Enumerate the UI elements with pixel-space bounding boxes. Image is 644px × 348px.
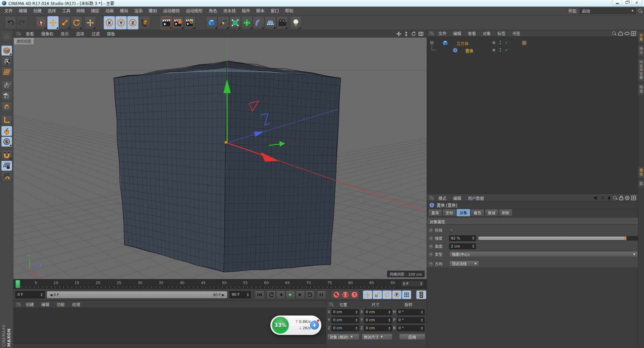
viewport-menu-item[interactable]: 面板 xyxy=(103,31,119,37)
goto-end-button[interactable] xyxy=(317,290,326,299)
panel-grip-icon[interactable] xyxy=(329,302,333,306)
size-y-field[interactable]: 0 cm xyxy=(364,317,392,323)
viewport-menu-item[interactable]: 摄像机 xyxy=(38,31,57,37)
menu-item[interactable]: 工具 xyxy=(59,7,73,15)
tab-object[interactable]: 对象 xyxy=(457,209,470,216)
texture-mode-button[interactable] xyxy=(1,56,12,66)
am-menu-item[interactable]: 模式 xyxy=(435,195,450,201)
material-menu-item[interactable]: 纹理 xyxy=(68,301,84,307)
frame-field[interactable]: 0 F xyxy=(15,291,45,298)
enable-axis-button[interactable] xyxy=(1,115,12,125)
zoom-view-icon[interactable] xyxy=(403,31,409,37)
search-icon[interactable] xyxy=(612,31,616,36)
undo-button[interactable] xyxy=(5,16,16,29)
record-scale-toggle[interactable] xyxy=(373,290,382,299)
om-menu-item[interactable]: 文件 xyxy=(435,30,450,36)
live-selection-button[interactable] xyxy=(36,16,47,29)
close-button[interactable]: × xyxy=(632,0,642,5)
animation-dot-icon[interactable] xyxy=(429,236,433,240)
height-field[interactable]: 2 cm xyxy=(449,243,476,249)
end-frame-field[interactable]: 90 F xyxy=(229,291,251,298)
menu-item[interactable]: 选择 xyxy=(45,7,59,15)
perspective-viewport[interactable]: 透视视图 YZX 网格间距 : 100 cm xyxy=(13,38,427,279)
emulation-checkbox[interactable] xyxy=(449,228,453,232)
restore-button[interactable] xyxy=(622,0,632,5)
menu-item[interactable]: 雕刻 xyxy=(146,7,160,15)
polygons-mode-button[interactable] xyxy=(1,102,12,112)
visibility-dots[interactable] xyxy=(499,48,501,53)
object-row-cube[interactable]: 立方体 ✓ xyxy=(427,40,638,46)
om-menu-item[interactable]: 标签 xyxy=(494,30,509,36)
phong-tag-icon[interactable] xyxy=(522,41,527,45)
add-icon[interactable] xyxy=(631,31,636,36)
panel-grip-icon[interactable] xyxy=(16,302,21,306)
menu-item[interactable]: 角色 xyxy=(206,7,220,15)
pan-view-icon[interactable] xyxy=(396,31,402,37)
strength-field[interactable]: 92 % xyxy=(449,235,476,241)
position-z-field[interactable]: 0 cm xyxy=(331,325,359,331)
om-menu-item[interactable]: 书签 xyxy=(509,30,524,36)
add-cube-button[interactable] xyxy=(206,16,217,29)
tab-refresh[interactable]: 刷新 xyxy=(499,209,513,216)
side-tab-takes[interactable]: 场次 xyxy=(638,45,644,57)
record-parameter-toggle[interactable]: P xyxy=(392,290,401,299)
am-menu-item[interactable]: 用户数据 xyxy=(465,195,487,201)
goto-start-button[interactable] xyxy=(255,290,264,299)
record-rotation-toggle[interactable] xyxy=(382,290,392,299)
lock-z-button[interactable]: Z xyxy=(127,16,139,29)
spinner-icon[interactable] xyxy=(420,281,422,286)
panel-grip-icon[interactable] xyxy=(16,32,21,36)
direction-dropdown[interactable]: 顶点法线▼ xyxy=(449,261,479,267)
next-key-button[interactable] xyxy=(305,290,315,299)
tab-falloff[interactable]: 衰减 xyxy=(485,209,498,216)
menu-item[interactable]: 渲染 xyxy=(131,7,146,15)
position-y-field[interactable]: 0 cm xyxy=(331,317,359,323)
prev-key-button[interactable] xyxy=(267,290,276,299)
panel-grip-icon[interactable] xyxy=(429,31,434,36)
menu-item[interactable]: 运动图形 xyxy=(183,7,206,15)
scale-tool-button[interactable] xyxy=(59,16,70,29)
am-menu-item[interactable]: 编辑 xyxy=(450,195,465,201)
object-name[interactable]: 置换 xyxy=(465,48,473,54)
keyframe-selection-button[interactable]: ( ) xyxy=(341,291,350,299)
slider-handle[interactable] xyxy=(625,236,627,240)
edges-mode-button[interactable] xyxy=(1,91,12,101)
progress-percent[interactable]: 33% xyxy=(271,316,290,335)
move-tool-button[interactable] xyxy=(47,16,59,29)
menu-item[interactable]: 动画 xyxy=(102,7,117,15)
model-mode-button[interactable] xyxy=(1,46,12,56)
redo-button[interactable] xyxy=(16,16,28,29)
search-icon[interactable] xyxy=(613,196,618,200)
material-menu-item[interactable]: 功能 xyxy=(53,301,68,307)
animation-dot-icon[interactable] xyxy=(429,262,433,266)
menu-item[interactable]: 脚本 xyxy=(253,7,268,15)
menu-item[interactable]: 编辑 xyxy=(16,7,30,15)
coordinate-system-button[interactable] xyxy=(139,16,150,29)
rotation-h-field[interactable]: 0 ° xyxy=(397,309,425,315)
side-tab-objects[interactable]: 对象 xyxy=(638,31,644,44)
add-camera-button[interactable] xyxy=(276,16,288,29)
viewport-menu-item[interactable]: 过滤 xyxy=(88,31,103,37)
animation-dot-icon[interactable] xyxy=(429,228,433,232)
viewport-menu-item[interactable]: 显示 xyxy=(57,31,72,37)
apply-button[interactable]: 应用 xyxy=(399,334,425,340)
object-properties-header[interactable]: 对象属性 xyxy=(427,219,638,225)
current-frame-box[interactable]: 0 F xyxy=(401,280,424,287)
eye-icon[interactable] xyxy=(625,32,630,35)
layer-toggle[interactable] xyxy=(492,49,495,52)
visibility-dots[interactable] xyxy=(499,41,501,45)
om-menu-item[interactable]: 对象 xyxy=(479,30,494,36)
progress-widget[interactable]: 33% ↑0.8K/s ↓2K/s + xyxy=(270,316,321,335)
animation-dot-icon[interactable] xyxy=(429,245,433,248)
object-name[interactable]: 立方体 xyxy=(457,41,469,46)
prev-frame-button[interactable] xyxy=(276,290,285,299)
add-spline-button[interactable] xyxy=(218,16,229,29)
om-menu-item[interactable]: 编辑 xyxy=(450,30,465,36)
menu-item[interactable]: 窗口 xyxy=(268,7,282,15)
tab-shading[interactable]: 着色 xyxy=(471,209,484,216)
lock-workplane-button[interactable] xyxy=(1,161,12,171)
rotation-p-field[interactable]: 0 ° xyxy=(397,317,425,323)
menu-item[interactable]: 模拟 xyxy=(117,7,131,15)
next-frame-button[interactable] xyxy=(296,290,305,299)
record-active-objects-button[interactable] xyxy=(332,291,341,299)
